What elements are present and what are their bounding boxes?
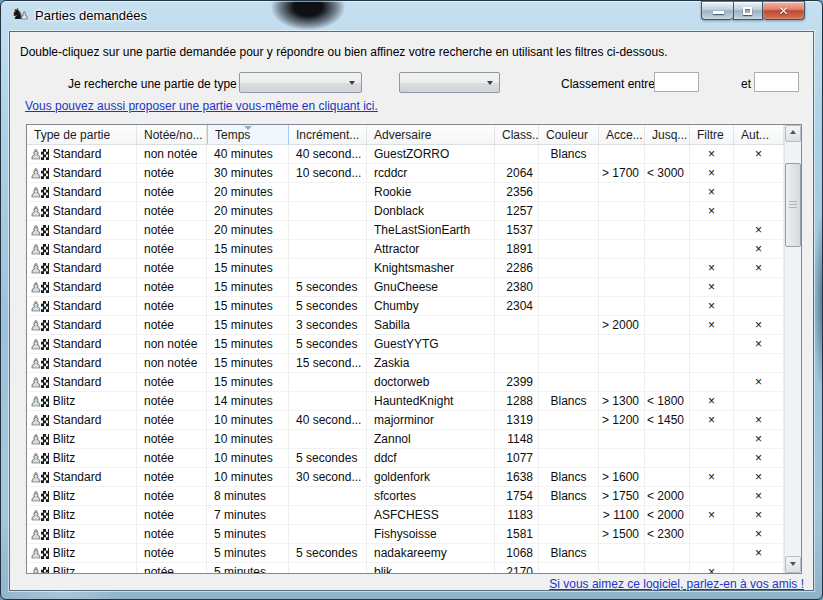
seek-row[interactable]: ♟Standardnotée15 minutesAttractor1891×	[27, 240, 784, 259]
seek-row[interactable]: ♟Standardnotée10 minutes30 second...gold…	[27, 468, 784, 487]
cell-rating: 1068	[495, 544, 539, 562]
column-header-color[interactable]: Couleur	[539, 125, 599, 144]
chess-pawn-board-icon: ♟	[30, 338, 49, 351]
cell-below: < 1800	[645, 392, 690, 410]
column-header-opponent[interactable]: Adversaire	[367, 125, 495, 144]
cell-below	[645, 468, 690, 486]
chess-pawn-board-icon: ♟	[30, 281, 49, 294]
chess-pawn-board-icon: ♟	[30, 395, 49, 408]
column-header-auto[interactable]: Aut...	[734, 125, 784, 144]
cell-color	[539, 240, 599, 258]
seek-row[interactable]: ♟Standardnotée10 minutes40 second...majo…	[27, 411, 784, 430]
column-header-filter[interactable]: Filtre	[690, 125, 734, 144]
seek-row[interactable]: ♟Blitznotée5 minutesFishysoisse1581> 150…	[27, 525, 784, 544]
column-header-rating[interactable]: Class...	[495, 125, 539, 144]
cell-rated: notée	[137, 449, 207, 467]
arrow-up-icon	[790, 130, 796, 134]
chess-pawn-board-icon: ♟	[30, 205, 49, 218]
seek-row[interactable]: ♟Standardnotée15 minutesdoctorweb2399×	[27, 373, 784, 392]
propose-game-link[interactable]: Vous pouvez aussi proposer une partie vo…	[25, 99, 378, 113]
seek-row[interactable]: ♟Blitznotée10 minutesZannol1148×	[27, 430, 784, 449]
game-type-select[interactable]	[239, 72, 362, 93]
cell-type: ♟Blitz	[27, 506, 137, 524]
column-header-increment[interactable]: Incrément...	[289, 125, 367, 144]
seek-row[interactable]: ♟Standardnotée30 minutes10 second...rcdd…	[27, 164, 784, 183]
seek-row[interactable]: ♟Standardnotée15 minutes3 secondesSabill…	[27, 316, 784, 335]
cell-type: ♟Standard	[27, 145, 137, 163]
cell-time: 5 minutes	[207, 544, 289, 562]
cell-color	[539, 221, 599, 239]
column-header-below[interactable]: Jusq...	[645, 125, 690, 144]
column-header-time[interactable]: Temps	[207, 125, 289, 144]
seek-row[interactable]: ♟Blitznotée8 minutessfcortes1754Blancs> …	[27, 487, 784, 506]
cell-above: > 1200	[599, 411, 645, 429]
cell-time: 40 minutes	[207, 145, 289, 163]
cell-type: ♟Blitz	[27, 544, 137, 562]
seek-row[interactable]: ♟Blitznotée7 minutesASFCHESS1183> 1100< …	[27, 506, 784, 525]
cell-below	[645, 297, 690, 315]
cell-color	[539, 563, 599, 573]
seek-row[interactable]: ♟Standardnotée15 minutes5 secondesChumby…	[27, 297, 784, 316]
cell-below	[645, 544, 690, 562]
seek-row[interactable]: ♟Blitznotée10 minutes5 secondesddcf1077×	[27, 449, 784, 468]
chess-pawn-board-icon: ♟	[30, 243, 49, 256]
window-parties-demandees: ♞ ♟ Parties demandées ✕ Double-cliquez s…	[0, 0, 823, 600]
cell-above	[599, 449, 645, 467]
app-icon: ♞ ♟	[11, 8, 29, 24]
cell-above	[599, 221, 645, 239]
cell-time: 15 minutes	[207, 259, 289, 277]
column-header-above[interactable]: Acce...	[599, 125, 645, 144]
seek-row[interactable]: ♟Standardnotée20 minutesRookie2356×	[27, 183, 784, 202]
vertical-scrollbar[interactable]	[784, 125, 801, 573]
cell-above: > 1700	[599, 164, 645, 182]
rating-min-input[interactable]	[654, 72, 699, 92]
cell-below: < 2300	[645, 525, 690, 543]
game-type-label: Je recherche une partie de type :	[68, 77, 243, 91]
seek-row[interactable]: ♟Standardnon notée40 minutes40 second...…	[27, 145, 784, 164]
cell-type: ♟Blitz	[27, 430, 137, 448]
cell-auto: ×	[734, 430, 784, 448]
minimize-button[interactable]	[701, 1, 733, 20]
seek-row[interactable]: ♟Standardnon notée15 minutes15 second...…	[27, 354, 784, 373]
cell-type: ♟Blitz	[27, 563, 137, 573]
cell-below	[645, 354, 690, 372]
cell-rating	[495, 354, 539, 372]
scrollbar-thumb[interactable]	[785, 163, 801, 247]
seek-row[interactable]: ♟Standardnotée20 minutesDonblack1257×	[27, 202, 784, 221]
cell-increment	[289, 202, 367, 220]
seek-row[interactable]: ♟Blitznotée5 minutesblik2170×	[27, 563, 784, 573]
cell-filter	[690, 221, 734, 239]
scroll-down-button[interactable]	[785, 556, 801, 573]
dropdown-arrow-icon	[487, 81, 493, 85]
cell-color	[539, 297, 599, 315]
cell-opponent: nadakareemy	[367, 544, 495, 562]
cell-opponent: Fishysoisse	[367, 525, 495, 543]
column-header-rated[interactable]: Notée/no...	[137, 125, 207, 144]
game-subtype-select[interactable]	[399, 72, 500, 93]
cell-rating: 1077	[495, 449, 539, 467]
cell-below: < 3000	[645, 164, 690, 182]
column-header-type[interactable]: Type de partie	[27, 125, 137, 144]
column-header-label: Incrément...	[296, 128, 359, 142]
cell-rating: 2286	[495, 259, 539, 277]
intro-text: Double-cliquez sur une partie demandée p…	[20, 45, 667, 59]
scroll-up-button[interactable]	[785, 125, 801, 142]
titlebar[interactable]: ♞ ♟ Parties demandées ✕	[1, 1, 822, 31]
seek-row[interactable]: ♟Standardnotée15 minutesKnightsmasher228…	[27, 259, 784, 278]
cell-filter: ×	[690, 468, 734, 486]
maximize-button[interactable]	[733, 1, 763, 20]
cell-above	[599, 240, 645, 258]
close-button[interactable]: ✕	[763, 1, 805, 20]
rating-max-input[interactable]	[754, 72, 799, 92]
tell-friends-link[interactable]: Si vous aimez ce logiciel, parlez-en à v…	[549, 577, 804, 591]
cell-below	[645, 335, 690, 353]
seek-row[interactable]: ♟Standardnon notée15 minutes5 secondesGu…	[27, 335, 784, 354]
seek-row[interactable]: ♟Blitznotée14 minutesHauntedKnight1288Bl…	[27, 392, 784, 411]
seek-row[interactable]: ♟Blitznotée5 minutes5 secondesnadakareem…	[27, 544, 784, 563]
cell-rating	[495, 145, 539, 163]
cell-opponent: majorminor	[367, 411, 495, 429]
cell-rated: notée	[137, 202, 207, 220]
seek-row[interactable]: ♟Standardnotée15 minutes5 secondesGnuChe…	[27, 278, 784, 297]
cell-opponent: Sabilla	[367, 316, 495, 334]
seek-row[interactable]: ♟Standardnotée20 minutesTheLastSionEarth…	[27, 221, 784, 240]
